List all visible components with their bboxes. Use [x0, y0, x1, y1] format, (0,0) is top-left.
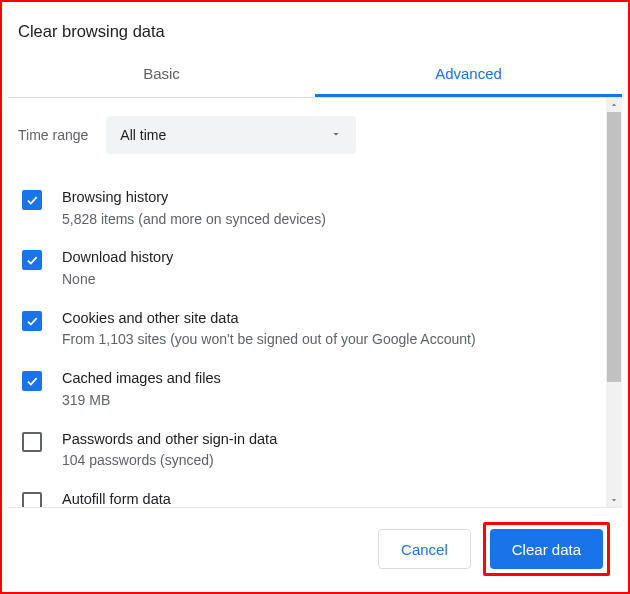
option-download-history: Download history None: [18, 238, 592, 298]
checkbox-download-history[interactable]: [22, 250, 42, 270]
scrollbar[interactable]: [606, 98, 622, 507]
option-sub: 5,828 items (and more on synced devices): [62, 210, 592, 229]
option-sub: 319 MB: [62, 391, 592, 410]
tab-advanced[interactable]: Advanced: [315, 55, 622, 97]
clear-data-highlight: Clear data: [483, 522, 610, 576]
cancel-button[interactable]: Cancel: [378, 529, 471, 569]
option-cookies: Cookies and other site data From 1,103 s…: [18, 299, 592, 359]
scroll-up-icon[interactable]: [606, 98, 622, 112]
option-title: Download history: [62, 248, 592, 268]
option-passwords: Passwords and other sign-in data 104 pas…: [18, 420, 592, 480]
option-browsing-history: Browsing history 5,828 items (and more o…: [18, 178, 592, 238]
clear-data-button[interactable]: Clear data: [490, 529, 603, 569]
option-title: Browsing history: [62, 188, 592, 208]
option-text: Cached images and files 319 MB: [62, 369, 592, 409]
option-autofill: Autofill form data: [18, 480, 592, 507]
check-icon: [25, 253, 39, 267]
time-range-value: All time: [120, 127, 166, 143]
checkbox-cache[interactable]: [22, 371, 42, 391]
option-sub: None: [62, 270, 592, 289]
dialog-body: Time range All time Browsing history: [8, 98, 622, 507]
option-text: Browsing history 5,828 items (and more o…: [62, 188, 592, 228]
time-range-row: Time range All time: [18, 116, 592, 154]
time-range-select[interactable]: All time: [106, 116, 356, 154]
option-sub: 104 passwords (synced): [62, 451, 592, 470]
option-title: Cached images and files: [62, 369, 592, 389]
dialog-title: Clear browsing data: [8, 8, 622, 55]
screenshot-frame: Clear browsing data Basic Advanced Time …: [0, 0, 630, 594]
option-text: Cookies and other site data From 1,103 s…: [62, 309, 592, 349]
checkbox-autofill[interactable]: [22, 492, 42, 507]
option-title: Passwords and other sign-in data: [62, 430, 592, 450]
scroll-area: Time range All time Browsing history: [8, 98, 606, 507]
time-range-label: Time range: [18, 127, 88, 143]
check-icon: [25, 193, 39, 207]
checkbox-passwords[interactable]: [22, 432, 42, 452]
tabs: Basic Advanced: [8, 55, 622, 98]
check-icon: [25, 374, 39, 388]
chevron-down-icon: [330, 127, 342, 143]
option-text: Passwords and other sign-in data 104 pas…: [62, 430, 592, 470]
option-cache: Cached images and files 319 MB: [18, 359, 592, 419]
checkbox-browsing-history[interactable]: [22, 190, 42, 210]
option-title: Cookies and other site data: [62, 309, 592, 329]
option-sub: From 1,103 sites (you won't be signed ou…: [62, 330, 592, 349]
check-icon: [25, 314, 39, 328]
checkbox-cookies[interactable]: [22, 311, 42, 331]
scrollbar-thumb[interactable]: [607, 112, 621, 382]
option-text: Autofill form data: [62, 490, 592, 507]
option-title: Autofill form data: [62, 490, 592, 507]
dialog-footer: Cancel Clear data: [8, 507, 622, 586]
scroll-down-icon[interactable]: [606, 493, 622, 507]
option-text: Download history None: [62, 248, 592, 288]
clear-browsing-data-dialog: Clear browsing data Basic Advanced Time …: [8, 8, 622, 586]
tab-basic[interactable]: Basic: [8, 55, 315, 97]
